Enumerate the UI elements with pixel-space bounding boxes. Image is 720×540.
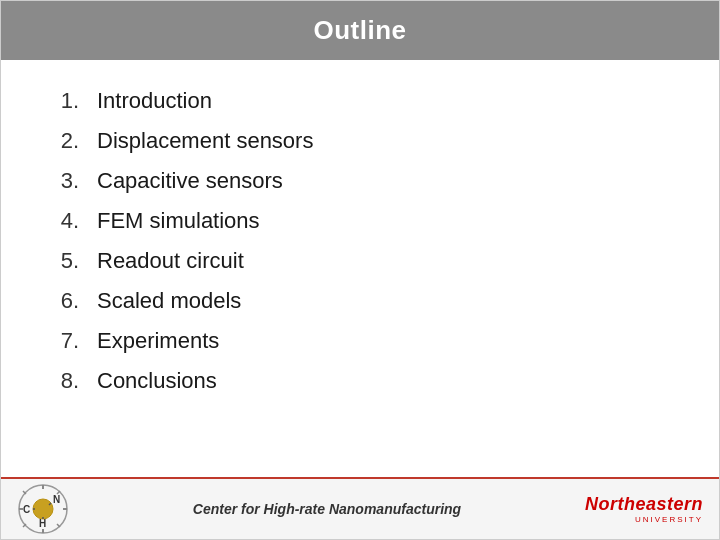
list-item: 8.Conclusions [51, 370, 669, 392]
chn-logo-svg: C H N [17, 483, 69, 535]
list-text: Introduction [97, 90, 212, 112]
brand-name: Northeastern [585, 494, 703, 514]
list-number: 1. [51, 90, 79, 112]
list-text: Scaled models [97, 290, 241, 312]
slide-footer: C H N Center for [1, 477, 719, 539]
slide: Outline 1.Introduction2.Displacement sen… [0, 0, 720, 540]
svg-text:N: N [53, 494, 60, 505]
slide-content: 1.Introduction2.Displacement sensors3.Ca… [1, 60, 719, 477]
svg-line-15 [57, 524, 60, 527]
svg-point-1 [33, 499, 53, 519]
slide-title: Outline [313, 15, 406, 45]
list-text: FEM simulations [97, 210, 260, 232]
list-number: 5. [51, 250, 79, 272]
svg-text:C: C [23, 504, 30, 515]
list-item: 3.Capacitive sensors [51, 170, 669, 192]
list-text: Readout circuit [97, 250, 244, 272]
footer-brand: Northeastern UNIVERSITY [585, 494, 703, 524]
chn-logo: C H N [17, 483, 69, 535]
slide-header: Outline [1, 1, 719, 60]
list-number: 8. [51, 370, 79, 392]
list-item: 2.Displacement sensors [51, 130, 669, 152]
list-item: 5.Readout circuit [51, 250, 669, 272]
list-number: 6. [51, 290, 79, 312]
list-text: Conclusions [97, 370, 217, 392]
list-text: Displacement sensors [97, 130, 313, 152]
list-item: 4.FEM simulations [51, 210, 669, 232]
list-number: 3. [51, 170, 79, 192]
list-item: 1.Introduction [51, 90, 669, 112]
list-text: Capacitive sensors [97, 170, 283, 192]
outline-list: 1.Introduction2.Displacement sensors3.Ca… [51, 90, 669, 410]
footer-center: Center for High-rate Nanomanufacturing [81, 500, 573, 518]
list-number: 7. [51, 330, 79, 352]
list-item: 6.Scaled models [51, 290, 669, 312]
footer-center-text: Center for High-rate Nanomanufacturing [193, 501, 461, 517]
list-number: 4. [51, 210, 79, 232]
list-item: 7.Experiments [51, 330, 669, 352]
list-text: Experiments [97, 330, 219, 352]
brand-sub: UNIVERSITY [585, 515, 703, 524]
list-number: 2. [51, 130, 79, 152]
svg-text:H: H [39, 518, 46, 529]
